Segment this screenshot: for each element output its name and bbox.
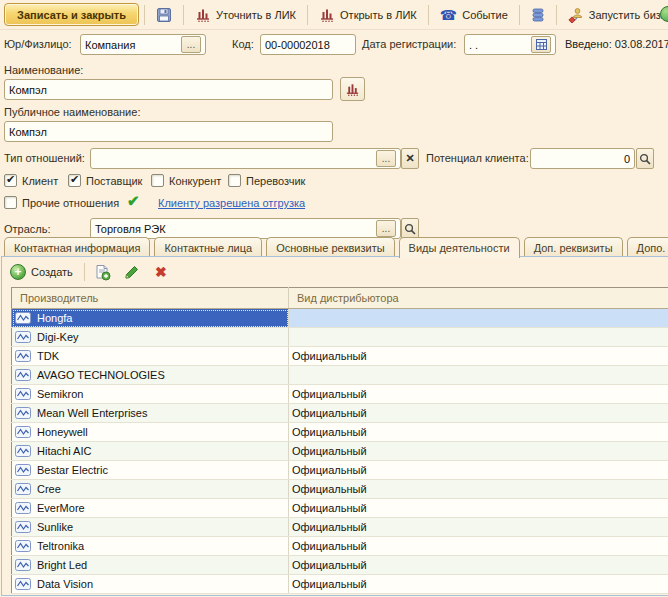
- potential-field[interactable]: 0: [530, 148, 635, 169]
- clear-icon[interactable]: ✕: [401, 148, 419, 169]
- table-row[interactable]: Mean Well Enterprises Официальный: [12, 404, 668, 423]
- potential-label: Потенциал клиента:: [426, 152, 529, 164]
- regdate-field[interactable]: . .: [464, 34, 556, 55]
- table-row[interactable]: Hitachi AIC Официальный: [12, 442, 668, 461]
- manufacturer-name: Honeywell: [37, 426, 88, 438]
- relation-type-field[interactable]: ...: [90, 148, 401, 169]
- refine-in-lik-button[interactable]: Уточнить в ЛИК: [189, 3, 302, 27]
- shipping-allowed-link[interactable]: Клиенту разрешена отгрузка: [158, 197, 305, 209]
- calendar-icon[interactable]: [531, 36, 551, 53]
- table-row[interactable]: EverMore Официальный: [12, 499, 668, 518]
- phone-icon: ☎: [440, 8, 457, 22]
- magnifier-icon[interactable]: [401, 218, 419, 239]
- create-label: Создать: [31, 266, 73, 278]
- run-business-process-button[interactable]: Запустить бизнес-процесс: [562, 3, 668, 27]
- tab[interactable]: Доп. реквизиты: [524, 237, 623, 257]
- tab[interactable]: Контактная информация: [4, 237, 150, 257]
- save-button[interactable]: [150, 3, 178, 27]
- checkbox-label: Прочие отношения: [22, 197, 119, 209]
- industry-field[interactable]: Торговля РЭК ...: [90, 218, 401, 239]
- histogram-icon: [345, 82, 360, 97]
- manufacturer-icon: [15, 502, 31, 514]
- code-label: Код:: [232, 38, 254, 50]
- open-in-lik-button[interactable]: Открыть в ЛИК: [313, 3, 423, 27]
- checkbox-box[interactable]: [4, 174, 17, 187]
- edit-pencil-icon[interactable]: [121, 261, 143, 283]
- distributor-type-cell: Официальный: [289, 461, 668, 480]
- entity-field[interactable]: Компания ...: [80, 34, 206, 55]
- magnifier-icon[interactable]: [636, 148, 654, 169]
- table-row[interactable]: Teltronika Официальный: [12, 537, 668, 556]
- toolbar-separator: [307, 5, 308, 25]
- toolbar-separator: [428, 5, 429, 25]
- tab-label: Основные реквизиты: [276, 242, 384, 254]
- name-history-button[interactable]: [340, 77, 365, 101]
- delete-button[interactable]: ✖: [150, 261, 172, 283]
- column-header-manufacturer[interactable]: Производитель: [12, 288, 289, 309]
- table-row[interactable]: Sunlike Официальный: [12, 518, 668, 537]
- regdate-label: Дата регистрации:: [362, 38, 456, 50]
- checkbox-carrier[interactable]: Перевозчик: [228, 174, 305, 187]
- public-name-field[interactable]: Компэл: [4, 121, 333, 142]
- tab[interactable]: Контактные лица: [154, 237, 262, 257]
- table-row[interactable]: Bestar Electric Официальный: [12, 461, 668, 480]
- industry-value: Торговля РЭК: [95, 223, 374, 235]
- copy-icon: [94, 264, 111, 281]
- table-row[interactable]: Semikron Официальный: [12, 385, 668, 404]
- tab[interactable]: Допо.: [627, 237, 668, 257]
- manufacturer-name: Semikron: [37, 388, 83, 400]
- toolbar-separator: [84, 263, 85, 281]
- ellipsis-button[interactable]: ...: [376, 150, 396, 167]
- copy-button[interactable]: [92, 261, 114, 283]
- entered-label: Введено:: [565, 38, 612, 50]
- distributor-type-cell: [289, 366, 668, 385]
- table-row[interactable]: AVAGO TECHNOLOGIES: [12, 366, 668, 385]
- manufacturer-icon: [15, 445, 31, 457]
- checkbox-other-relations[interactable]: Прочие отношения: [4, 196, 119, 209]
- manufacturer-icon: [15, 426, 31, 438]
- checkbox-box[interactable]: [151, 174, 164, 187]
- checkbox-box[interactable]: [68, 174, 81, 187]
- table-header-row: Производитель Вид дистрибьютора: [12, 288, 668, 309]
- column-header-distributor-type[interactable]: Вид дистрибьютора: [289, 288, 668, 309]
- tab-bar: Контактная информация Контактные лица Ос…: [4, 237, 668, 257]
- checkbox-box[interactable]: [4, 196, 17, 209]
- checkbox-label: Конкурент: [169, 175, 221, 187]
- distributor-type-cell: Официальный: [289, 442, 668, 461]
- manufacturer-icon: [15, 350, 31, 362]
- tab[interactable]: Основные реквизиты: [266, 237, 394, 257]
- plus-icon: +: [10, 264, 26, 280]
- save-and-close-button[interactable]: Записать и закрыть: [4, 3, 139, 26]
- table-row[interactable]: TDK Официальный: [12, 347, 668, 366]
- checkbox-supplier[interactable]: Поставщик: [68, 174, 142, 187]
- list-button[interactable]: [525, 3, 551, 27]
- table-row[interactable]: Digi-Key: [12, 328, 668, 347]
- name-label: Наименование:: [4, 64, 83, 76]
- distributor-type-cell: [289, 328, 668, 347]
- manufacturer-icon: [15, 464, 31, 476]
- ellipsis-button[interactable]: ...: [181, 36, 201, 53]
- code-field[interactable]: 00-00002018: [260, 34, 356, 55]
- create-button[interactable]: + Создать: [6, 261, 77, 283]
- tab[interactable]: Виды деятельности: [399, 237, 520, 258]
- name-field[interactable]: Компэл: [4, 79, 333, 100]
- distributor-type-cell: Официальный: [289, 404, 668, 423]
- table-row[interactable]: Bright Led Официальный: [12, 556, 668, 575]
- distributor-type-cell: Официальный: [289, 480, 668, 499]
- manufacturer-name: Hongfa: [37, 312, 72, 324]
- manufacturer-name: Bestar Electric: [37, 464, 108, 476]
- table-row[interactable]: Data Vision Официальный: [12, 575, 668, 594]
- table-row[interactable]: Hongfa: [12, 309, 668, 328]
- table-row[interactable]: Honeywell Официальный: [12, 423, 668, 442]
- manufacturer-name: EverMore: [37, 502, 85, 514]
- checkbox-box[interactable]: [228, 174, 241, 187]
- ellipsis-button[interactable]: ...: [376, 220, 396, 237]
- floppy-save-icon: [156, 7, 172, 23]
- manufacturer-name: Data Vision: [37, 578, 93, 590]
- checkbox-competitor[interactable]: Конкурент: [151, 174, 221, 187]
- table-row[interactable]: Cree Официальный: [12, 480, 668, 499]
- checkbox-client[interactable]: Клиент: [4, 174, 58, 187]
- business-process-icon: [568, 7, 584, 23]
- toolbar-separator: [183, 5, 184, 25]
- event-button[interactable]: ☎ Событие: [434, 3, 514, 27]
